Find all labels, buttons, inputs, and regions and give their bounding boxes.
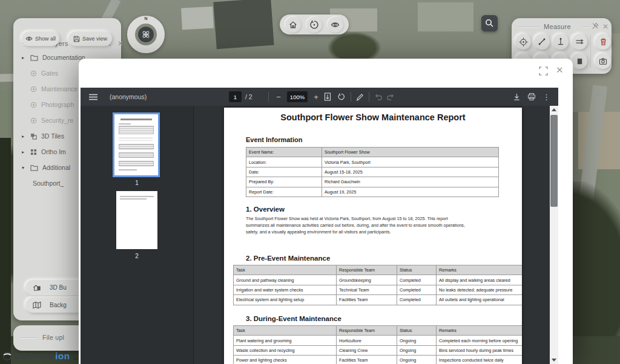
measure-horizontal-tool[interactable] xyxy=(572,34,587,50)
layer-label: Security_re xyxy=(41,117,73,124)
buildings-icon xyxy=(33,284,41,291)
measure-height-tool[interactable] xyxy=(553,34,569,50)
pdf-viewer: (anonymous) 1 / 2 − 100% + xyxy=(81,88,558,364)
thumbnail-sidebar: 1 2 xyxy=(81,106,194,364)
thumbnail-page-2-label: 2 xyxy=(81,253,193,259)
fullscreen-expand-icon[interactable] xyxy=(539,67,548,76)
measure-area-tool[interactable] xyxy=(572,53,587,69)
measure-distance-tool[interactable] xyxy=(534,34,550,50)
print-button[interactable] xyxy=(527,88,536,106)
measure-point-tool[interactable] xyxy=(515,34,531,50)
measure-screenshot-tool[interactable] xyxy=(595,53,611,69)
during-event-heading: 3. During-Event Maintenance xyxy=(246,315,341,322)
save-icon xyxy=(73,36,80,42)
thumbnail-page-1[interactable] xyxy=(114,114,158,175)
zoom-out-button[interactable]: − xyxy=(274,88,283,106)
home-view-button[interactable] xyxy=(285,17,301,33)
redo-icon xyxy=(386,93,395,100)
radio-icon[interactable] xyxy=(30,117,37,124)
gyro-orbit-icon[interactable] xyxy=(138,27,154,42)
show-all-label: Show all xyxy=(35,36,56,42)
radio-icon[interactable] xyxy=(30,70,37,77)
caret-right-icon[interactable]: ▸ xyxy=(22,149,26,155)
scrollbar-thumb[interactable] xyxy=(550,115,558,207)
page-number-input[interactable]: 1 xyxy=(229,91,242,102)
annotate-button[interactable] xyxy=(356,88,364,106)
measure-close-icon[interactable]: ✕ xyxy=(602,23,608,30)
print-icon xyxy=(527,93,536,101)
thumbnail-page-2[interactable] xyxy=(116,191,157,249)
reset-view-button[interactable] xyxy=(306,17,322,33)
rotate-icon xyxy=(337,93,345,101)
folder-icon xyxy=(30,164,38,171)
pdf-toolbar: (anonymous) 1 / 2 − 100% + xyxy=(81,88,558,106)
map-icon xyxy=(33,301,41,309)
zoom-in-button[interactable]: + xyxy=(312,88,320,106)
event-info-heading: Event Information xyxy=(246,136,303,143)
pen-icon xyxy=(356,93,364,101)
measure-panel-title: Measure xyxy=(544,23,571,30)
layer-label: Gates xyxy=(41,70,58,77)
undo-button[interactable] xyxy=(374,88,383,106)
compass-north-label: N xyxy=(144,16,147,21)
during-event-table: Task Responsible Team Status Remarks Pla… xyxy=(233,325,522,364)
layers-close-icon[interactable]: ✕ xyxy=(117,40,124,47)
compass-control[interactable]: N xyxy=(127,16,165,53)
download-icon xyxy=(513,93,521,101)
measure-divider xyxy=(590,35,591,68)
visibility-button[interactable] xyxy=(328,17,343,33)
save-view-button[interactable]: Save view xyxy=(68,31,112,46)
caret-right-icon[interactable]: ▸ xyxy=(22,55,26,60)
file-upload-label: File upl xyxy=(42,334,64,341)
search-button[interactable] xyxy=(481,15,498,31)
sidebar-toggle-button[interactable] xyxy=(89,88,97,106)
pre-event-table: Task Responsible Team Status Remarks Gro… xyxy=(233,265,522,305)
app-window: N xyxy=(0,0,620,364)
download-button[interactable] xyxy=(513,88,521,106)
caret-right-icon[interactable]: ▸ xyxy=(22,134,26,139)
layer-label: 3D Tiles xyxy=(41,132,64,140)
pdf-page-1: Southport Flower Show Maintenance Report… xyxy=(224,108,522,364)
pdf-scrollbar[interactable] xyxy=(550,106,558,364)
more-options-button[interactable]: ⋮ xyxy=(542,88,550,106)
radio-icon[interactable] xyxy=(30,86,37,93)
zoom-level-box[interactable]: 100% xyxy=(287,91,308,102)
background-label: Backg xyxy=(50,302,67,308)
layer-label: Ortho Im xyxy=(41,148,66,155)
caret-down-icon[interactable]: ▾ xyxy=(22,165,26,171)
undo-icon xyxy=(374,93,383,100)
ion-wordmark: ion xyxy=(55,351,70,361)
cesium-ion-logo[interactable]: CESIUM ion Data a xyxy=(2,351,82,361)
3d-buildings-label: 3D Bu xyxy=(50,284,67,291)
thumbnail-page-1-preview xyxy=(120,119,152,120)
document-preview-modal: ✕ (anonymous) 1 / 2 − xyxy=(79,59,573,364)
rotate-page-button[interactable] xyxy=(337,88,345,106)
scroll-down-arrow[interactable] xyxy=(550,356,558,364)
eye-icon xyxy=(25,36,33,42)
layer-label: Maintenance xyxy=(41,85,78,93)
overview-paragraph: The Southport Flower Show was held at Vi… xyxy=(246,216,465,235)
measure-delete-tool[interactable] xyxy=(595,34,611,50)
tiles-icon xyxy=(30,133,37,140)
folder-icon xyxy=(30,54,38,61)
pin-panel-icon[interactable] xyxy=(592,22,599,30)
hamburger-menu-icon xyxy=(89,94,97,100)
layer-label: Southport_ xyxy=(33,180,64,187)
show-all-button[interactable]: Show all xyxy=(22,31,59,46)
modal-close-icon[interactable]: ✕ xyxy=(556,65,564,76)
overview-heading: 1. Overview xyxy=(246,206,285,213)
ortho-grid-icon xyxy=(30,149,37,155)
pre-event-heading: 2. Pre-Event Maintenance xyxy=(246,255,330,262)
redo-button[interactable] xyxy=(386,88,395,106)
cesium-wordmark: CESIUM xyxy=(13,351,54,361)
fit-page-button[interactable] xyxy=(324,88,331,106)
event-info-table: Event Name: Southport Flower Show Locati… xyxy=(246,147,499,197)
pdf-page-area: Southport Flower Show Maintenance Report… xyxy=(194,106,550,364)
rotate-ccw-icon xyxy=(309,20,319,30)
pdf-body: 1 2 Southport Flower Show Maintenance Re… xyxy=(81,106,558,364)
layer-label: Documentation xyxy=(42,54,85,61)
page-count-label: / 2 xyxy=(245,88,252,106)
radio-icon[interactable] xyxy=(30,102,37,108)
scroll-up-arrow[interactable] xyxy=(550,106,558,114)
globe-icon xyxy=(2,351,12,361)
